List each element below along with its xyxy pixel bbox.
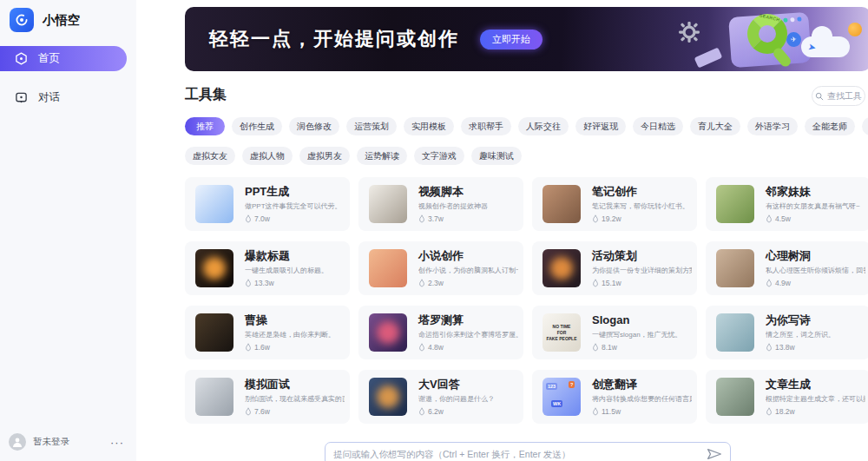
tool-card[interactable]: 心理树洞 私人心理医生听你倾诉烦恼，回答心理... 4.9w bbox=[706, 241, 868, 295]
composer bbox=[325, 442, 731, 461]
filter-tag[interactable]: 运营策划 bbox=[346, 117, 397, 135]
tool-heat: 6.2w bbox=[418, 407, 495, 416]
sidebar-item-label: 对话 bbox=[38, 90, 60, 105]
tool-description: 一键生成最吸引人的标题。 bbox=[245, 266, 328, 274]
tool-description: 别怕面试，现在就来感受真实的面试。 bbox=[245, 394, 345, 403]
filter-tag[interactable]: 虚拟人物 bbox=[242, 147, 293, 165]
sun-shape bbox=[848, 23, 862, 36]
user-row: 暂未登录 ··· bbox=[0, 428, 136, 461]
more-menu-icon[interactable]: ··· bbox=[110, 436, 124, 449]
tool-thumbnail: NO TIMEFORFAKE PEOPLE bbox=[542, 313, 581, 352]
tag-filter-row-1: 推荐创作生成润色修改运营策划实用模板求职帮手人际交往好评返现今日精选育儿大全外语… bbox=[185, 117, 868, 135]
flame-icon bbox=[418, 214, 425, 223]
tool-title: 心理树洞 bbox=[766, 249, 865, 263]
tool-heat: 4.5w bbox=[766, 214, 860, 223]
filter-tag[interactable]: 外语学习 bbox=[747, 117, 798, 135]
tool-title: Slogan bbox=[592, 313, 682, 327]
banner-illustration: ✈ SEARCH ➤ bbox=[671, 7, 868, 71]
filter-tag[interactable]: 好评返现 bbox=[575, 117, 626, 135]
tool-card[interactable]: 文章生成 根据特定主题生成文章，还可以摘要多... 18.2w bbox=[706, 370, 868, 424]
filter-tag[interactable]: 育儿大全 bbox=[690, 117, 740, 135]
sidebar-item-label: 首页 bbox=[38, 51, 60, 66]
sidebar-item-home[interactable]: 首页 bbox=[0, 46, 127, 71]
filter-tag[interactable]: 今日精选 bbox=[633, 117, 683, 135]
tool-title: 为你写诗 bbox=[766, 313, 835, 327]
tool-card[interactable]: 曹操 英雄还是枭雄，由你来判断。 1.6w bbox=[185, 306, 350, 359]
flame-icon bbox=[766, 214, 773, 223]
tool-heat: 7.0w bbox=[245, 214, 342, 223]
tool-thumbnail bbox=[195, 185, 233, 223]
tool-description: 英雄还是枭雄，由你来判断。 bbox=[245, 330, 335, 339]
filter-tag[interactable]: 实用模板 bbox=[404, 117, 454, 135]
tool-card[interactable]: 123WK? 创意翻译 将内容转换成你想要的任何语言风格。 11.5w bbox=[532, 370, 697, 424]
tool-heat: 8.1w bbox=[592, 343, 682, 352]
tool-card[interactable]: 活动策划 为你提供一份专业详细的策划方案。 15.1w bbox=[532, 241, 697, 295]
tool-thumbnail bbox=[369, 185, 407, 223]
flame-icon bbox=[245, 407, 252, 416]
filter-tag[interactable]: 趣味测试 bbox=[471, 147, 522, 165]
filter-tag[interactable]: 求职帮手 bbox=[461, 117, 511, 135]
tool-thumbnail bbox=[369, 378, 407, 416]
tool-description: 为你提供一份专业详细的策划方案。 bbox=[592, 266, 692, 274]
tool-card[interactable]: NO TIMEFORFAKE PEOPLE Slogan 一键撰写slogan，… bbox=[532, 306, 697, 359]
find-tools-search[interactable]: 查找工具 bbox=[812, 86, 865, 106]
filter-tag[interactable]: 私人专家 bbox=[862, 117, 868, 135]
flame-icon bbox=[592, 343, 599, 352]
tool-card[interactable]: 模拟面试 别怕面试，现在就来感受真实的面试。 7.6w bbox=[185, 370, 350, 424]
filter-tag[interactable]: 文字游戏 bbox=[414, 147, 464, 165]
flame-icon bbox=[592, 407, 599, 416]
hero-banner: 轻轻一点，开始提问或创作 立即开始 ✈ bbox=[185, 7, 868, 71]
filter-tag[interactable]: 运势解读 bbox=[357, 147, 407, 165]
filter-tag[interactable]: 人际交往 bbox=[518, 117, 569, 135]
filter-tag[interactable]: 推荐 bbox=[185, 117, 225, 135]
filter-tag[interactable]: 虚拟女友 bbox=[185, 147, 235, 165]
tool-title: 笔记创作 bbox=[592, 185, 689, 199]
tool-description: 谢邀，你的问题是什么？ bbox=[418, 394, 495, 403]
tool-heat: 4.9w bbox=[766, 279, 865, 287]
flame-icon bbox=[418, 407, 425, 416]
brand: 小悟空 bbox=[0, 0, 136, 32]
tool-title: 爆款标题 bbox=[245, 249, 328, 263]
filter-tag[interactable]: 润色修改 bbox=[289, 117, 339, 135]
tool-thumbnail bbox=[195, 249, 233, 287]
prompt-input[interactable] bbox=[333, 449, 707, 459]
tool-description: 私人心理医生听你倾诉烦恼，回答心理... bbox=[766, 266, 865, 274]
filter-tag[interactable]: 虚拟男友 bbox=[299, 147, 350, 165]
tool-card[interactable]: 大V回答 谢邀，你的问题是什么？ 6.2w bbox=[358, 370, 523, 424]
login-status[interactable]: 暂未登录 bbox=[33, 436, 110, 448]
sidebar-item-chat[interactable]: 对话 bbox=[0, 85, 136, 110]
tool-description: 视频创作者的提效神器 bbox=[418, 201, 488, 210]
home-icon bbox=[15, 52, 28, 65]
tool-description: 根据特定主题生成文章，还可以摘要多... bbox=[766, 394, 865, 403]
tool-title: 小说创作 bbox=[418, 249, 518, 263]
tool-title: 塔罗测算 bbox=[418, 313, 518, 327]
filter-tag[interactable]: 全能老师 bbox=[805, 117, 855, 135]
tool-card[interactable]: 塔罗测算 命运指引你来到这个赛博塔罗屋。 4.8w bbox=[358, 306, 523, 359]
tool-card[interactable]: 笔记创作 笔记我来写，帮你玩转小红书。 19.2w bbox=[532, 177, 697, 231]
tool-card[interactable]: 视频脚本 视频创作者的提效神器 3.7w bbox=[358, 177, 523, 231]
tool-card[interactable]: 爆款标题 一键生成最吸引人的标题。 13.3w bbox=[185, 241, 350, 295]
tool-card[interactable]: 为你写诗 情之所至，词之所识。 13.8w bbox=[706, 306, 868, 359]
start-now-button[interactable]: 立即开始 bbox=[480, 30, 542, 49]
tool-heat: 13.8w bbox=[766, 343, 835, 352]
flame-icon bbox=[766, 279, 773, 287]
flame-icon bbox=[766, 407, 773, 416]
chat-icon bbox=[15, 91, 28, 104]
send-button[interactable] bbox=[707, 448, 722, 460]
tool-thumbnail bbox=[716, 378, 754, 416]
tool-card[interactable]: 小说创作 创作小说，为你的脑洞私人订制一场盛... 2.3w bbox=[358, 241, 523, 295]
tool-title: 曹操 bbox=[245, 313, 335, 327]
tool-description: 情之所至，词之所识。 bbox=[766, 330, 835, 339]
tag-filter-row-2: 虚拟女友虚拟人物虚拟男友运势解读文字游戏趣味测试 bbox=[185, 147, 868, 165]
tool-heat: 4.8w bbox=[418, 343, 518, 352]
tool-card[interactable]: PPT生成 做PPT这件事我完全可以代劳。 7.0w bbox=[185, 177, 350, 231]
flame-icon bbox=[245, 343, 252, 352]
tool-thumbnail bbox=[369, 249, 407, 287]
tool-description: 创作小说，为你的脑洞私人订制一场盛... bbox=[418, 266, 518, 274]
tool-heat: 1.6w bbox=[245, 343, 335, 352]
section-title: 工具集 bbox=[185, 86, 227, 104]
tool-card[interactable]: 邻家妹妹 有这样的女朋友真是有福气呀~ 4.5w bbox=[706, 177, 868, 231]
tool-heat: 19.2w bbox=[592, 214, 689, 223]
flame-icon bbox=[592, 214, 599, 223]
filter-tag[interactable]: 创作生成 bbox=[232, 117, 282, 135]
